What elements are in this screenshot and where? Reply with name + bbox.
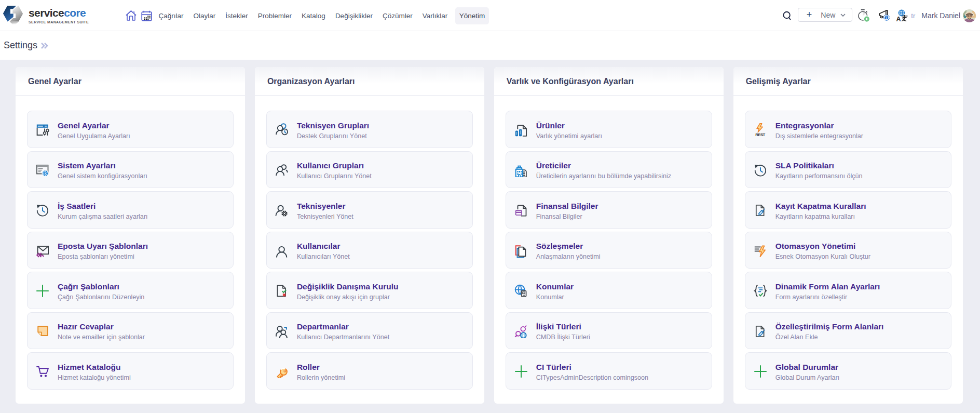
svg-text:A: A xyxy=(896,16,901,22)
svg-text:REST: REST xyxy=(755,132,765,137)
